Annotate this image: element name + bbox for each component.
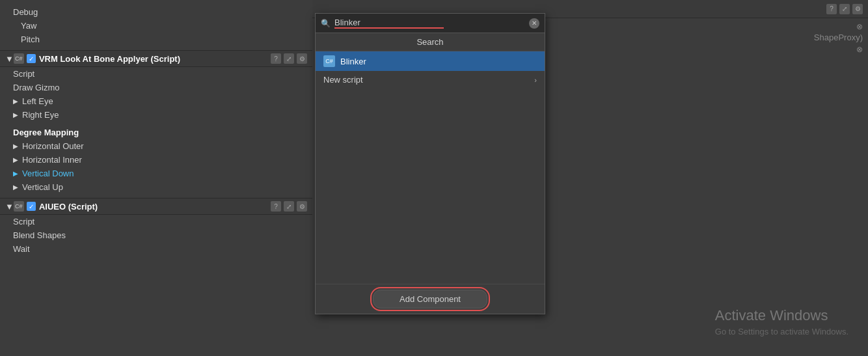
right-expand-icon[interactable]: ⤢	[839, 4, 850, 14]
activate-windows-section: Activate Windows Go to Settings to activ…	[715, 307, 848, 336]
blinker-label: Blinker	[340, 57, 366, 66]
draw-gizmo-row: Draw Gizmo	[0, 81, 312, 94]
activate-windows-subtitle: Go to Settings to activate Windows.	[715, 327, 848, 336]
aiueo-component-header: ▼ C# ✓ AIUEO (Script) ? ⤢ ⚙	[0, 198, 312, 215]
left-panel: Debug Yaw Pitch ▼ C# ✓ VRM Look At Bone …	[0, 0, 312, 356]
new-script-item[interactable]: New script ›	[316, 71, 545, 89]
right-help-icon[interactable]: ?	[826, 4, 837, 14]
aiueo-component-title: AIUEO (Script)	[39, 202, 271, 212]
left-eye-arrow[interactable]	[13, 98, 22, 105]
vrm-collapse-arrow[interactable]: ▼	[5, 54, 14, 64]
search-icon: 🔍	[321, 19, 331, 28]
aiueo-script-row: Script	[0, 215, 312, 228]
vrm-script-row: Script	[0, 67, 312, 81]
vrm-help-icon[interactable]: ?	[271, 53, 281, 64]
right-gear-icon[interactable]: ⚙	[852, 4, 863, 14]
vertical-down-row[interactable]: Vertical Down	[0, 167, 312, 180]
vertical-up-row[interactable]: Vertical Up	[0, 180, 312, 194]
aiueo-collapse-arrow[interactable]: ▼	[5, 202, 14, 212]
vrm-component-header: ▼ C# ✓ VRM Look At Bone Applyer (Script)…	[0, 50, 312, 67]
vertical-up-arrow[interactable]	[13, 184, 22, 191]
aiueo-script-icon: C#	[14, 201, 24, 212]
vrm-expand-icon[interactable]: ⤢	[284, 53, 294, 64]
horizontal-outer-arrow[interactable]	[13, 143, 22, 150]
search-dropdown: 🔍 ✕ Search C# Blinker New script › Add C…	[315, 13, 545, 314]
horizontal-inner-row[interactable]: Horizontal Inner	[0, 153, 312, 167]
aiueo-help-icon[interactable]: ?	[271, 201, 281, 212]
blinker-icon: C#	[323, 55, 335, 67]
search-bar: 🔍 ✕	[316, 14, 545, 33]
search-input-wrapper	[334, 18, 525, 29]
left-eye-row[interactable]: Left Eye	[0, 94, 312, 108]
pitch-row: Pitch	[0, 33, 312, 46]
activate-windows-title: Activate Windows	[715, 307, 848, 324]
new-script-label: New script	[323, 75, 363, 85]
wait-row: Wait	[0, 242, 312, 256]
circle-x-2: ⊗	[856, 45, 863, 54]
right-eye-arrow[interactable]	[13, 111, 22, 118]
blend-shapes-row: Blend Shapes	[0, 228, 312, 242]
yaw-row: Yaw	[0, 19, 312, 33]
aiueo-gear-icon[interactable]: ⚙	[297, 201, 307, 212]
shape-proxy-text: ShapeProxy)	[814, 33, 863, 42]
vrm-script-icon: C#	[14, 53, 24, 64]
add-component-button[interactable]: Add Component	[373, 290, 487, 308]
dropdown-search-header: Search	[316, 33, 545, 51]
search-input[interactable]	[334, 18, 444, 29]
degree-mapping-row: Degree Mapping	[0, 126, 312, 139]
aiueo-checkbox[interactable]: ✓	[27, 202, 36, 211]
aiueo-expand-icon[interactable]: ⤢	[284, 201, 294, 212]
vrm-checkbox[interactable]: ✓	[27, 54, 36, 63]
horizontal-outer-row[interactable]: Horizontal Outer	[0, 139, 312, 153]
clear-search-button[interactable]: ✕	[529, 18, 539, 29]
vrm-gear-icon[interactable]: ⚙	[297, 53, 307, 64]
vertical-down-arrow[interactable]	[13, 170, 22, 177]
add-component-bar: Add Component	[316, 284, 545, 314]
right-eye-row[interactable]: Right Eye	[0, 108, 312, 122]
circle-x-1: ⊗	[856, 22, 863, 31]
horizontal-inner-arrow[interactable]	[13, 156, 22, 163]
vrm-component-title: VRM Look At Bone Applyer (Script)	[39, 54, 271, 64]
new-script-arrow: ›	[534, 76, 537, 84]
blinker-item[interactable]: C# Blinker	[316, 51, 545, 71]
debug-label: Debug	[0, 5, 312, 19]
dropdown-spacer	[316, 89, 545, 284]
